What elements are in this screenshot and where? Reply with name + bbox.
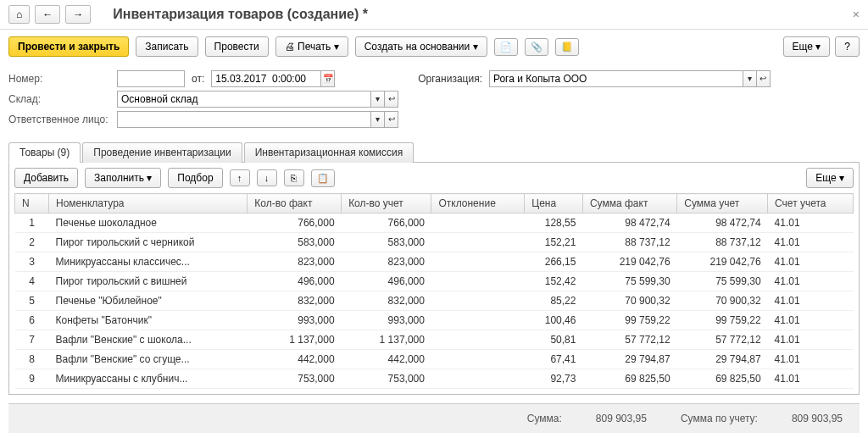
cell-account: 41.01 xyxy=(768,291,854,311)
pick-button[interactable]: Подбор xyxy=(168,168,222,188)
cell-name: Миникруассаны классичес... xyxy=(49,252,248,272)
cell-n: 8 xyxy=(15,350,49,369)
table-row[interactable]: 2Пирог тирольский с черникой583,000583,0… xyxy=(15,233,854,252)
notes-icon[interactable]: 📒 xyxy=(555,38,579,56)
cell-sum-fact: 219 042,76 xyxy=(582,252,676,272)
chevron-down-icon[interactable]: ▾ xyxy=(371,111,385,128)
th-qty-acc[interactable]: Кол-во учет xyxy=(342,194,431,213)
tab-commission[interactable]: Инвентаризационная комиссия xyxy=(244,142,415,163)
cell-qty-fact: 1 137,000 xyxy=(248,330,342,350)
cell-account: 41.01 xyxy=(768,272,854,291)
open-ref-icon[interactable]: ↩ xyxy=(385,111,398,128)
th-name[interactable]: Номенклатура xyxy=(49,194,248,213)
table-row[interactable]: 3Миникруассаны классичес...823,000823,00… xyxy=(15,252,854,272)
table-more-button[interactable]: Еще ▾ xyxy=(806,168,854,188)
move-down-icon[interactable]: ↓ xyxy=(257,169,277,186)
cell-dev xyxy=(431,291,525,311)
cell-sum-fact: 88 737,12 xyxy=(582,233,676,252)
date-input[interactable] xyxy=(211,70,321,87)
cell-price: 128,55 xyxy=(525,213,583,233)
attach-icon[interactable]: 📎 xyxy=(525,38,548,56)
cell-n: 5 xyxy=(15,291,49,311)
cell-sum-fact: 29 794,87 xyxy=(582,350,676,369)
warehouse-input[interactable] xyxy=(117,91,371,108)
home-button[interactable]: ⌂ xyxy=(8,5,30,24)
help-button[interactable]: ? xyxy=(835,36,860,57)
cell-qty-acc: 766,000 xyxy=(342,213,431,233)
more-button[interactable]: Еще ▾ xyxy=(783,36,831,57)
cell-qty-fact: 442,000 xyxy=(248,350,342,369)
cell-sum-acc: 88 737,12 xyxy=(677,233,768,252)
chevron-down-icon[interactable]: ▾ xyxy=(743,70,757,87)
document-icon[interactable]: 📄 xyxy=(494,38,518,56)
cell-sum-acc: 98 472,74 xyxy=(677,213,768,233)
cell-account: 41.01 xyxy=(768,369,854,389)
tab-inventory-process[interactable]: Проведение инвентаризации xyxy=(82,142,242,163)
create-on-basis-button[interactable]: Создать на основании ▾ xyxy=(355,36,487,57)
cell-sum-acc: 70 900,32 xyxy=(677,291,768,311)
cell-name: Вафли "Венские" со сгуще... xyxy=(49,350,248,369)
warehouse-label: Склад: xyxy=(8,93,110,105)
close-icon[interactable]: × xyxy=(853,8,860,21)
cell-dev xyxy=(431,350,525,369)
forward-button[interactable]: → xyxy=(65,5,91,24)
fill-button[interactable]: Заполнить ▾ xyxy=(85,168,161,188)
cell-sum-fact: 99 759,22 xyxy=(582,311,676,330)
table-row[interactable]: 8Вафли "Венские" со сгуще...442,000442,0… xyxy=(15,350,854,369)
th-account[interactable]: Счет учета xyxy=(768,194,854,213)
table-row[interactable]: 7Вафли "Венские" с шокола...1 137,0001 1… xyxy=(15,330,854,350)
th-sum-fact[interactable]: Сумма факт xyxy=(582,194,676,213)
cell-name: Конфеты "Батончик" xyxy=(49,311,248,330)
cell-n: 6 xyxy=(15,311,49,330)
cell-qty-acc: 442,000 xyxy=(342,350,431,369)
cell-qty-acc: 832,000 xyxy=(342,291,431,311)
chevron-down-icon[interactable]: ▾ xyxy=(371,91,385,108)
number-label: Номер: xyxy=(8,73,110,85)
responsible-input[interactable] xyxy=(117,111,371,128)
printer-icon: 🖨 xyxy=(285,41,295,53)
cell-dev xyxy=(431,272,525,291)
cell-qty-acc: 993,000 xyxy=(342,311,431,330)
number-input[interactable] xyxy=(117,70,185,87)
write-button[interactable]: Записать xyxy=(136,36,198,57)
table-row[interactable]: 9Миникруассаны с клубнич...753,000753,00… xyxy=(15,369,854,389)
print-button[interactable]: 🖨 Печать ▾ xyxy=(275,36,348,57)
cell-sum-fact: 70 900,32 xyxy=(582,291,676,311)
cell-price: 152,21 xyxy=(525,233,583,252)
org-input[interactable] xyxy=(489,70,743,87)
add-row-button[interactable]: Добавить xyxy=(14,168,78,188)
cell-name: Вафли "Венские" с шокола... xyxy=(49,330,248,350)
paste-icon[interactable]: 📋 xyxy=(311,169,335,187)
table-row[interactable]: 1Печенье шоколадное766,000766,000128,559… xyxy=(15,213,854,233)
cell-qty-acc: 823,000 xyxy=(342,252,431,272)
th-sum-acc[interactable]: Сумма учет xyxy=(677,194,768,213)
cell-qty-fact: 766,000 xyxy=(248,213,342,233)
calendar-icon[interactable]: 📅 xyxy=(321,70,335,87)
cell-qty-acc: 1 137,000 xyxy=(342,330,431,350)
cell-name: Печенье "Юбилейное" xyxy=(49,291,248,311)
org-label: Организация: xyxy=(418,73,482,85)
th-price[interactable]: Цена xyxy=(525,194,583,213)
sum-label: Сумма: xyxy=(527,413,562,424)
cell-price: 152,42 xyxy=(525,272,583,291)
copy-icon[interactable]: ⎘ xyxy=(284,169,304,186)
back-button[interactable]: ← xyxy=(35,5,60,24)
cell-account: 41.01 xyxy=(768,233,854,252)
th-qty-fact[interactable]: Кол-во факт xyxy=(248,194,342,213)
cell-name: Пирог тирольский с вишней xyxy=(49,272,248,291)
table-row[interactable]: 4Пирог тирольский с вишней496,000496,000… xyxy=(15,272,854,291)
tab-goods[interactable]: Товары (9) xyxy=(8,142,81,163)
open-ref-icon[interactable]: ↩ xyxy=(385,91,398,108)
table-row[interactable]: 6Конфеты "Батончик"993,000993,000100,469… xyxy=(15,311,854,330)
move-up-icon[interactable]: ↑ xyxy=(230,169,250,186)
post-button[interactable]: Провести xyxy=(205,36,269,57)
cell-price: 266,15 xyxy=(525,252,583,272)
th-n[interactable]: N xyxy=(15,194,49,213)
cell-dev xyxy=(431,369,525,389)
open-ref-icon[interactable]: ↩ xyxy=(757,70,771,87)
th-dev[interactable]: Отклонение xyxy=(431,194,525,213)
page-title: Инвентаризация товаров (создание) * xyxy=(113,7,368,22)
totals-bar: Сумма: 809 903,95 Сумма по учету: 809 90… xyxy=(8,403,860,433)
post-and-close-button[interactable]: Провести и закрыть xyxy=(8,36,129,57)
table-row[interactable]: 5Печенье "Юбилейное"832,000832,00085,227… xyxy=(15,291,854,311)
